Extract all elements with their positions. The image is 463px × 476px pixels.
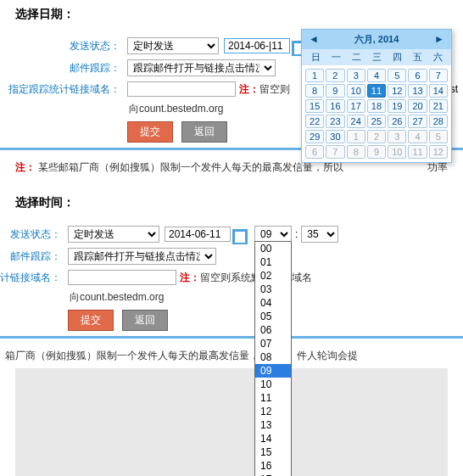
calendar-day[interactable]: 23 (326, 115, 344, 128)
calendar-day[interactable]: 3 (388, 130, 406, 143)
calendar-day[interactable]: 6 (408, 69, 427, 82)
calendar-day[interactable]: 3 (347, 69, 365, 82)
calendar-day[interactable]: 12 (388, 84, 406, 98)
hour-option[interactable]: 00 (255, 242, 291, 255)
hour-option[interactable]: 13 (255, 418, 291, 432)
minute-select[interactable]: 35 (301, 226, 338, 243)
calendar-day[interactable]: 11 (367, 84, 386, 98)
calendar-day[interactable]: 24 (347, 115, 365, 128)
calendar-day[interactable]: 1 (305, 69, 324, 82)
calendar-day[interactable]: 14 (429, 84, 448, 98)
calendar-day[interactable]: 10 (388, 145, 406, 159)
hour-option[interactable]: 17 (255, 473, 291, 476)
date-input[interactable]: 2014-06-|11 (224, 38, 290, 53)
hour-select[interactable]: 09 (254, 226, 292, 243)
label-send-state-2: 发送状态： (0, 227, 68, 242)
section-title-date: 选择日期： (0, 0, 463, 29)
calendar-day[interactable]: 28 (429, 115, 448, 128)
back-button-2[interactable]: 返回 (122, 310, 168, 331)
colon: : (292, 228, 301, 240)
note-prefix: 注： (239, 83, 259, 95)
calendar-day[interactable]: 27 (408, 115, 427, 128)
calendar-day[interactable]: 4 (367, 69, 386, 82)
submit-button-2[interactable]: 提交 (68, 310, 114, 331)
hour-option[interactable]: 16 (255, 459, 291, 473)
calendar-header: ◄ 六月, 2014 ► (302, 30, 451, 49)
calendar-grid: 1234567891011121314151617181920212223242… (302, 65, 451, 162)
hour-option[interactable]: 09 (255, 364, 291, 378)
calendar-day[interactable]: 6 (305, 145, 324, 159)
domain-suffix-2: 向count.bestedm.org (68, 290, 164, 305)
calendar-day[interactable]: 9 (367, 145, 386, 159)
calendar-popup[interactable]: ◄ 六月, 2014 ► 日一二三四五六 1234567891011121314… (301, 29, 452, 163)
calendar-next[interactable]: ► (434, 33, 444, 45)
calendar-day[interactable]: 17 (347, 99, 365, 113)
form-date: 发送状态： 定时发送 2014-06-|11 邮件跟踪： 跟踪邮件打开与链接点击… (0, 29, 463, 188)
calendar-day[interactable]: 15 (305, 99, 324, 113)
select-send-state-2[interactable]: 定时发送 (68, 226, 159, 243)
select-mail-track[interactable]: 跟踪邮件打开与链接点击情况 (127, 59, 276, 76)
hour-option[interactable]: 06 (255, 323, 291, 337)
hour-option[interactable]: 15 (255, 445, 291, 459)
calendar-day[interactable]: 30 (326, 130, 344, 143)
calendar-day[interactable]: 9 (326, 84, 344, 98)
calendar-day[interactable]: 29 (305, 130, 324, 143)
calendar-day[interactable]: 18 (367, 99, 386, 113)
calendar-day[interactable]: 19 (388, 99, 406, 113)
domain-input[interactable] (127, 81, 236, 97)
calendar-dow-cell: 三 (366, 51, 387, 64)
label-domain-short: 计链接域名： (0, 271, 68, 285)
footnote-2: 箱厂商（例如搜狐）限制一个发件人每天的最高发信量，所以 件人轮询会提 (0, 344, 463, 368)
calendar-day[interactable]: 25 (367, 115, 386, 128)
calendar-day[interactable]: 21 (429, 99, 448, 113)
select-mail-track-2[interactable]: 跟踪邮件打开与链接点击情况 (68, 248, 216, 265)
calendar-day[interactable]: 13 (408, 84, 427, 98)
note-prefix-2: 注： (180, 272, 200, 283)
calendar-day[interactable]: 11 (408, 145, 427, 159)
back-button[interactable]: 返回 (181, 121, 227, 143)
hour-option[interactable]: 10 (255, 378, 291, 391)
calendar-day[interactable]: 5 (388, 69, 406, 82)
calendar-day[interactable]: 20 (408, 99, 427, 113)
calendar-day[interactable]: 8 (347, 145, 365, 159)
calendar-dow: 日一二三四五六 (302, 49, 451, 65)
calendar-day[interactable]: 1 (347, 130, 365, 143)
calendar-day[interactable]: 10 (347, 84, 365, 98)
hour-dropdown[interactable]: 0001020304050607080910111213141516171819 (254, 241, 292, 476)
label-domain: 指定跟踪统计链接域名： (0, 82, 127, 97)
calendar-dow-cell: 二 (346, 51, 366, 64)
select-send-state[interactable]: 定时发送 (127, 37, 219, 54)
hour-option[interactable]: 08 (255, 350, 291, 364)
calendar-icon-2[interactable] (232, 229, 248, 244)
hour-option[interactable]: 07 (255, 337, 291, 350)
note-leave-blank: 留空则 (259, 83, 290, 95)
calendar-day[interactable]: 7 (326, 145, 344, 159)
calendar-day[interactable]: 22 (305, 115, 324, 128)
calendar-prev[interactable]: ◄ (309, 33, 319, 45)
calendar-day[interactable]: 7 (429, 69, 448, 82)
calendar-day[interactable]: 8 (305, 84, 324, 98)
calendar-day[interactable]: 16 (326, 99, 344, 113)
hour-option[interactable]: 03 (255, 283, 291, 296)
hour-option[interactable]: 12 (255, 405, 291, 418)
calendar-day[interactable]: 12 (429, 145, 448, 159)
submit-button[interactable]: 提交 (127, 121, 173, 143)
hour-option[interactable]: 04 (255, 296, 291, 310)
section-title-time: 选择时间： (0, 188, 463, 217)
separator-2 (0, 336, 463, 339)
hour-option[interactable]: 11 (255, 391, 291, 405)
calendar-day[interactable]: 26 (388, 115, 406, 128)
calendar-day[interactable]: 2 (326, 69, 344, 82)
calendar-day[interactable]: 4 (408, 130, 427, 143)
hour-option[interactable]: 14 (255, 432, 291, 445)
hour-option[interactable]: 01 (255, 255, 291, 269)
calendar-day[interactable]: 5 (429, 130, 448, 143)
domain-input-2[interactable] (68, 270, 176, 285)
calendar-day[interactable]: 2 (367, 130, 386, 143)
label-send-state: 发送状态： (0, 39, 127, 53)
calendar-title: 六月, 2014 (354, 33, 399, 46)
date-input-2[interactable]: 2014-06-11 (165, 227, 231, 242)
grey-area (15, 368, 448, 476)
hour-option[interactable]: 02 (255, 269, 291, 283)
hour-option[interactable]: 05 (255, 310, 291, 323)
